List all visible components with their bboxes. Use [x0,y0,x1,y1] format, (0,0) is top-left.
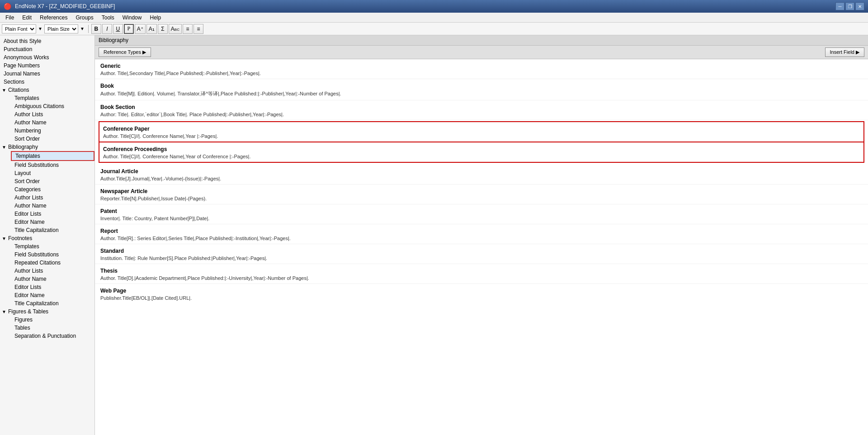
sidebar-item-about[interactable]: About this Style [0,37,94,45]
sidebar-section-citations[interactable]: ▼ Citations [0,86,94,94]
figures-label: Figures & Tables [8,308,48,315]
menu-tools[interactable]: Tools [98,14,118,22]
sidebar-item-bib-layout[interactable]: Layout [11,169,94,177]
close-button[interactable]: ✕ [855,2,864,10]
sidebar-item-cit-authorname[interactable]: Author Name [11,118,94,127]
bold-button[interactable]: B [91,24,101,34]
sidebar-item-bib-categories[interactable]: Categories [11,185,94,194]
italic-button[interactable]: I [102,24,112,34]
sidebar-item-fn-fieldsubst[interactable]: Field Substitutions [11,251,94,259]
bibliography-label: Bibliography [8,144,38,150]
citations-expander: ▼ [2,88,6,93]
sidebar-item-fn-editorlists[interactable]: Editor Lists [11,283,94,291]
bib-template-thesis[interactable]: Author. Title[D].|Academic Department|,P… [100,274,863,282]
restore-button[interactable]: ❐ [845,2,854,10]
bib-template-booksection[interactable]: Author: Title|. Editor,`editor`|,Book Ti… [100,111,863,118]
sidebar-item-fn-titlecap[interactable]: Title Capitalization [11,299,94,307]
align-right-button[interactable]: ≡ [193,24,203,34]
main-layout: About this Style Punctuation Anonymous W… [0,35,868,435]
sidebar-section-figures[interactable]: ▼ Figures & Tables [0,307,94,316]
menu-references[interactable]: References [36,14,71,22]
sidebar-item-sections[interactable]: Sections [0,78,94,86]
sidebar-item-pagenumbers[interactable]: Page Numbers [0,61,94,70]
sidebar-item-fn-authorlists[interactable]: Author Lists [11,267,94,275]
title-bar-controls[interactable]: ─ ❐ ✕ [835,2,864,10]
bib-template-webpage[interactable]: Publisher.Title[EB/OL]|.[Date Cited].URL… [100,294,863,302]
bib-template-report[interactable]: Author. Title[R].: Series Editor|,Series… [100,235,863,242]
bib-type-book: Book [100,83,863,89]
sidebar-item-bib-sortorder[interactable]: Sort Order [11,177,94,185]
bib-type-patent: Patent [100,208,863,214]
citations-label: Citations [8,87,29,93]
bib-type-newspaper: Newspaper Article [100,188,863,194]
bib-entry-newspaper: Newspaper Article Reporter.Title[N].Publ… [95,184,868,204]
sidebar-item-bib-authorname[interactable]: Author Name [11,202,94,210]
bib-type-confpaper: Conference Paper [103,126,860,132]
menu-file[interactable]: File [2,14,18,22]
bib-template-standard[interactable]: Institution. Title|: Rule Number[S].Plac… [100,255,863,262]
sidebar-section-bibliography[interactable]: ▼ Bibliography [0,143,94,151]
sidebar-item-separation[interactable]: Separation & Punctuation [11,332,94,340]
sidebar-item-cit-templates[interactable]: Templates [11,94,94,102]
sidebar-item-fn-repeatedcit[interactable]: Repeated Citations [11,259,94,267]
bib-template-patent[interactable]: Inventor|. Title: Country, Patent Number… [100,215,863,222]
sidebar-section-footnotes[interactable]: ▼ Footnotes [0,234,94,242]
sidebar-item-bib-authorlists[interactable]: Author Lists [11,194,94,202]
menu-window[interactable]: Window [119,14,146,22]
sidebar-item-bib-editorname[interactable]: Editor Name [11,218,94,226]
bib-template-book[interactable]: Author. Title[M]|. Edition|. Volume|. Tr… [100,90,863,98]
menu-help[interactable]: Help [146,14,165,22]
sidebar-item-bib-templates[interactable]: Templates [11,151,94,161]
bib-template-generic[interactable]: Author. Title|,Secondary Title|,Place Pu… [100,70,863,77]
ref-types-button[interactable]: Reference Types ▶ [99,47,151,57]
plain-button[interactable]: P [124,24,134,34]
subscript-button[interactable]: A₁ [146,24,157,34]
sidebar-item-fn-authorname[interactable]: Author Name [11,275,94,283]
bib-entry-booksection: Book Section Author: Title|. Editor,`edi… [95,100,868,120]
sidebar-item-cit-sortorder[interactable]: Sort Order [11,135,94,143]
sidebar-item-bib-titlecap[interactable]: Title Capitalization [11,226,94,234]
underline-button[interactable]: U [113,24,123,34]
content-area: Bibliography Reference Types ▶ Insert Fi… [95,35,868,435]
symbol-button[interactable]: Σ [158,24,168,34]
toolbar-separator-1 [88,25,89,33]
bib-template-confproc[interactable]: Author. Title[C]//|. Conference Name|,Ye… [103,153,860,160]
sidebar-item-punctuation[interactable]: Punctuation [0,45,94,53]
align-left-button[interactable]: ≡ [183,24,193,34]
bib-type-generic: Generic [100,63,863,69]
bib-template-newspaper[interactable]: Reporter.Title[N].Publisher|,Issue Date|… [100,195,863,202]
sidebar-item-fn-editorname[interactable]: Editor Name [11,291,94,299]
menu-edit[interactable]: Edit [19,14,35,22]
sidebar-item-cit-ambiguous[interactable]: Ambiguous Citations [11,102,94,110]
sidebar-item-bib-editorlists[interactable]: Editor Lists [11,210,94,218]
bib-entry-confproc: Conference Proceedings Author. Title[C]/… [99,142,864,163]
footnotes-expander: ▼ [2,236,6,241]
bib-type-report: Report [100,228,863,234]
sidebar-item-journalnames[interactable]: Journal Names [0,70,94,78]
size-dropdown-arrow: ▼ [79,26,85,31]
sidebar-item-tables[interactable]: Tables [11,324,94,332]
sidebar-item-anonymous[interactable]: Anonymous Works [0,53,94,61]
sidebar-item-figures[interactable]: Figures [11,316,94,324]
bib-entry-patent: Patent Inventor|. Title: Country, Patent… [95,204,868,224]
minimize-button[interactable]: ─ [835,2,844,10]
bib-entry-standard: Standard Institution. Title|: Rule Numbe… [95,244,868,264]
bibliography-content: Generic Author. Title|,Secondary Title|,… [95,59,868,435]
superscript-button[interactable]: A⁺ [135,24,146,34]
font-size-select[interactable]: Plain Size [44,24,78,33]
sidebar-item-cit-authorlists[interactable]: Author Lists [11,110,94,118]
sidebar-item-cit-numbering[interactable]: Numbering [11,127,94,135]
toolbar: Plain Font ▼ Plain Size ▼ B I U P A⁺ A₁ … [0,23,868,35]
bib-entry-book: Book Author. Title[M]|. Edition|. Volume… [95,79,868,100]
sidebar-item-bib-fieldsubst[interactable]: Field Substitutions [11,161,94,169]
menu-groups[interactable]: Groups [72,14,97,22]
insert-field-button[interactable]: Insert Field ▶ [825,47,864,57]
sidebar-item-fn-templates[interactable]: Templates [11,242,94,251]
smallcaps-button[interactable]: Abc [169,24,182,34]
bib-type-webpage: Web Page [100,288,863,294]
bib-template-confpaper[interactable]: Author. Title[C]//|. Conference Name|,Ye… [103,132,860,140]
font-name-select[interactable]: Plain Font [2,24,36,33]
bib-type-journalarticle: Journal Article [100,168,863,175]
bib-template-journalarticle[interactable]: Author.Title[J].Journal|,Year|.-Volume|-… [100,175,863,182]
bibliography-expander: ▼ [2,145,6,150]
